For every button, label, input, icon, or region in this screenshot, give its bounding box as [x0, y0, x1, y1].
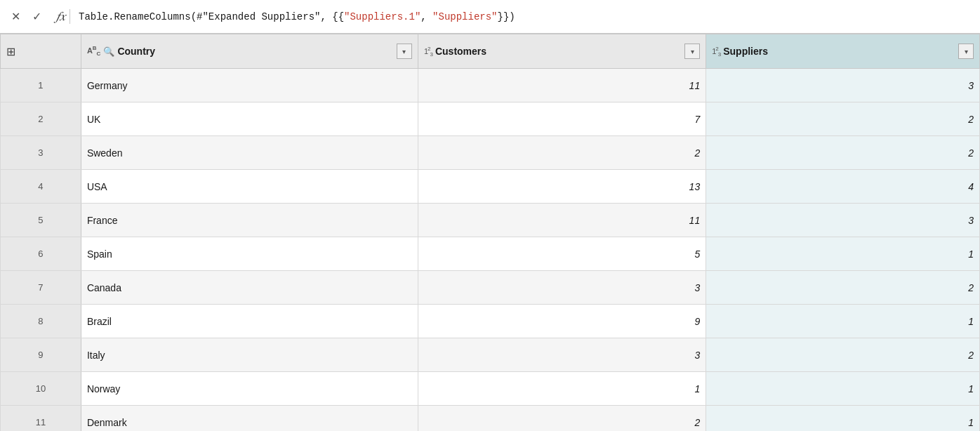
table-row: 8Brazil91 [1, 305, 980, 338]
table-row: 4USA134 [1, 170, 980, 204]
col-country-label: Country [117, 46, 155, 57]
fx-label: 𝑓𝑥 [52, 9, 70, 24]
cell-index: 9 [1, 338, 81, 372]
table-row: 3Sweden22 [1, 136, 980, 170]
col-customers-label: Customers [435, 46, 486, 57]
cell-suppliers: 3 [706, 204, 980, 237]
cell-suppliers: 2 [706, 136, 980, 170]
cell-customers: 2 [418, 406, 706, 432]
cell-suppliers: 1 [706, 237, 980, 271]
search-icon: 🔍 [103, 46, 114, 57]
formula-text-suffix: }}) [498, 11, 515, 22]
formula-text-red2: "Suppliers" [432, 11, 497, 22]
cell-suppliers: 2 [706, 102, 980, 136]
cell-suppliers: 1 [706, 305, 980, 338]
cell-suppliers: 3 [706, 69, 980, 102]
table-row: 9Italy32 [1, 338, 980, 372]
cell-suppliers: 2 [706, 271, 980, 305]
formula-icons: ✕ ✓ [6, 7, 46, 27]
formula-bar: ✕ ✓ 𝑓𝑥 Table.RenameColumns(#"Expanded Su… [0, 0, 980, 34]
table-row: 1Germany113 [1, 69, 980, 102]
table-row: 7Canada32 [1, 271, 980, 305]
table-row: 5France113 [1, 204, 980, 237]
col-header-customers: 123 Customers ▾ [418, 34, 706, 69]
cell-country: Denmark [81, 406, 418, 432]
table-row: 2UK72 [1, 102, 980, 136]
table-icon[interactable]: ⊞ [6, 45, 15, 58]
col-header-suppliers: 123 Suppliers ▾ [706, 34, 980, 69]
cell-country: Sweden [81, 136, 418, 170]
cell-index: 5 [1, 204, 81, 237]
cell-index: 7 [1, 271, 81, 305]
cell-country: Italy [81, 338, 418, 372]
cell-index: 4 [1, 170, 81, 204]
table-container: ⊞ ABC 🔍 Country ▾ [0, 34, 980, 431]
cell-customers: 1 [418, 372, 706, 406]
col-header-index: ⊞ [1, 34, 81, 69]
cell-country: UK [81, 102, 418, 136]
cell-country: Norway [81, 372, 418, 406]
cell-index: 1 [1, 69, 81, 102]
abc-icon: ABC [87, 46, 101, 58]
cell-country: Brazil [81, 305, 418, 338]
formula-text-prefix: Table.RenameColumns(#"Expanded Suppliers… [79, 11, 344, 22]
cell-index: 10 [1, 372, 81, 406]
cell-customers: 9 [418, 305, 706, 338]
cell-customers: 13 [418, 170, 706, 204]
cancel-button[interactable]: ✕ [6, 7, 25, 27]
customers-type-icon: 123 [424, 46, 432, 58]
cell-index: 3 [1, 136, 81, 170]
table-body: 1Germany1132UK723Sweden224USA1345France1… [1, 69, 980, 432]
cell-country: France [81, 204, 418, 237]
formula-input[interactable]: Table.RenameColumns(#"Expanded Suppliers… [79, 11, 974, 22]
col-suppliers-dropdown[interactable]: ▾ [958, 44, 974, 59]
col-customers-dropdown[interactable]: ▾ [684, 44, 700, 59]
cell-customers: 11 [418, 69, 706, 102]
cell-suppliers: 4 [706, 170, 980, 204]
cell-customers: 5 [418, 237, 706, 271]
cell-index: 2 [1, 102, 81, 136]
cell-suppliers: 1 [706, 372, 980, 406]
cell-country: USA [81, 170, 418, 204]
confirm-button[interactable]: ✓ [27, 7, 46, 27]
formula-text-comma: , [421, 11, 432, 22]
table-row: 11Denmark21 [1, 406, 980, 432]
col-header-country: ABC 🔍 Country ▾ [81, 34, 418, 69]
formula-text-red1: "Suppliers.1" [344, 11, 421, 22]
cell-customers: 3 [418, 271, 706, 305]
cell-suppliers: 1 [706, 406, 980, 432]
col-suppliers-label: Suppliers [723, 46, 768, 57]
suppliers-type-icon: 123 [712, 46, 720, 58]
table-header-row: ⊞ ABC 🔍 Country ▾ [1, 34, 980, 69]
cell-country: Canada [81, 271, 418, 305]
data-table: ⊞ ABC 🔍 Country ▾ [0, 34, 980, 431]
cell-customers: 3 [418, 338, 706, 372]
cell-index: 8 [1, 305, 81, 338]
cell-country: Germany [81, 69, 418, 102]
cell-customers: 7 [418, 102, 706, 136]
cell-index: 6 [1, 237, 81, 271]
cell-index: 11 [1, 406, 81, 432]
table-row: 10Norway11 [1, 372, 980, 406]
col-country-dropdown[interactable]: ▾ [397, 44, 412, 59]
cell-suppliers: 2 [706, 338, 980, 372]
cell-customers: 11 [418, 204, 706, 237]
cell-customers: 2 [418, 136, 706, 170]
table-row: 6Spain51 [1, 237, 980, 271]
cell-country: Spain [81, 237, 418, 271]
